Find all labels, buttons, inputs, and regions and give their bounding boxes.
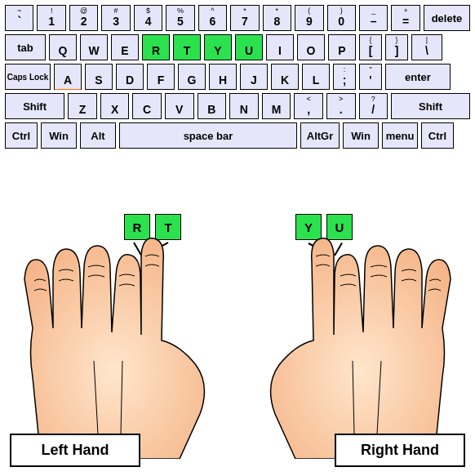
keyboard-row-3: Caps Lock A S D F G H J K L:;"'enter bbox=[5, 64, 470, 90]
key--[interactable]: "' bbox=[359, 64, 382, 90]
keyboard-row-1: ~`!1@2#3$4%5^6*7*8(9)0_–+=delete bbox=[5, 5, 470, 31]
key-r[interactable]: R bbox=[142, 34, 170, 60]
left-hand-label: Left Hand bbox=[10, 434, 140, 467]
key-shift[interactable]: Shift bbox=[391, 93, 470, 119]
key-1[interactable]: !1 bbox=[37, 5, 65, 31]
key--[interactable]: :; bbox=[333, 64, 356, 90]
key-d[interactable]: D bbox=[116, 64, 144, 90]
key-h[interactable]: H bbox=[209, 64, 237, 90]
key-menu[interactable]: menu bbox=[382, 122, 418, 149]
left-hand-icon bbox=[0, 230, 220, 459]
key-o[interactable]: O bbox=[297, 34, 325, 60]
key-g[interactable]: G bbox=[178, 64, 206, 90]
key-l[interactable]: L bbox=[302, 64, 330, 90]
right-hand-icon bbox=[255, 230, 475, 459]
keyboard-row-5: CtrlWinAltspace barAltGrWinmenuCtrl bbox=[5, 122, 470, 149]
key-0[interactable]: )0 bbox=[327, 5, 356, 31]
key-ctrl[interactable]: Ctrl bbox=[421, 122, 454, 149]
keyboard: ~`!1@2#3$4%5^6*7*8(9)0_–+=delete tab Q W… bbox=[0, 0, 475, 157]
key-delete[interactable]: delete bbox=[424, 5, 470, 31]
key-t[interactable]: T bbox=[173, 34, 201, 60]
key-7[interactable]: *7 bbox=[230, 5, 259, 31]
key-n[interactable]: N bbox=[229, 93, 259, 119]
key-altgr[interactable]: AltGr bbox=[300, 122, 340, 149]
key--[interactable]: >. bbox=[326, 93, 356, 119]
key-i[interactable]: I bbox=[266, 34, 294, 60]
key-b[interactable]: B bbox=[198, 93, 227, 119]
key-p[interactable]: P bbox=[328, 34, 356, 60]
key-q[interactable]: Q bbox=[49, 34, 77, 60]
key-v[interactable]: V bbox=[165, 93, 194, 119]
key--[interactable]: ?/ bbox=[359, 93, 388, 119]
key-s[interactable]: S bbox=[85, 64, 113, 90]
key-8[interactable]: *8 bbox=[263, 5, 291, 31]
key-shift[interactable]: Shift bbox=[5, 93, 64, 119]
key-5[interactable]: %5 bbox=[166, 5, 194, 31]
key-k[interactable]: K bbox=[271, 64, 299, 90]
key--[interactable]: |\ bbox=[411, 34, 442, 60]
key-w[interactable]: W bbox=[80, 34, 108, 60]
key-u[interactable]: U bbox=[235, 34, 263, 60]
key-a[interactable]: A bbox=[54, 64, 82, 90]
key-m[interactable]: M bbox=[262, 93, 291, 119]
key-4[interactable]: $4 bbox=[134, 5, 162, 31]
key-caps-lock[interactable]: Caps Lock bbox=[5, 64, 51, 90]
key-win[interactable]: Win bbox=[41, 122, 77, 149]
right-hand-label: Right Hand bbox=[335, 434, 465, 467]
hands-diagram: RTYU bbox=[0, 165, 475, 467]
key-z[interactable]: Z bbox=[68, 93, 97, 119]
key-6[interactable]: ^6 bbox=[198, 5, 227, 31]
key-3[interactable]: #3 bbox=[101, 5, 130, 31]
key-enter[interactable]: enter bbox=[385, 64, 451, 90]
keyboard-row-4: Shift Z X C V B N M<,>.?/Shift bbox=[5, 93, 470, 119]
key-tab[interactable]: tab bbox=[5, 34, 46, 60]
key-9[interactable]: (9 bbox=[295, 5, 323, 31]
key--[interactable]: _– bbox=[359, 5, 388, 31]
key-2[interactable]: @2 bbox=[69, 5, 98, 31]
key-ctrl[interactable]: Ctrl bbox=[5, 122, 38, 149]
key--[interactable]: {[ bbox=[359, 34, 382, 60]
key-f[interactable]: F bbox=[147, 64, 175, 90]
key--[interactable]: += bbox=[391, 5, 420, 31]
key--[interactable]: <, bbox=[294, 93, 323, 119]
key-y[interactable]: Y bbox=[204, 34, 232, 60]
key-x[interactable]: X bbox=[100, 93, 130, 119]
key-c[interactable]: C bbox=[132, 93, 162, 119]
keyboard-row-2: tab Q W E R T Y U I O P{[}]|\ bbox=[5, 34, 470, 60]
key--[interactable]: ~` bbox=[5, 5, 33, 31]
key-win[interactable]: Win bbox=[343, 122, 379, 149]
key-alt[interactable]: Alt bbox=[80, 122, 116, 149]
key-j[interactable]: J bbox=[240, 64, 268, 90]
key--[interactable]: }] bbox=[385, 34, 408, 60]
key-e[interactable]: E bbox=[111, 34, 139, 60]
key-space-bar[interactable]: space bar bbox=[119, 122, 297, 149]
